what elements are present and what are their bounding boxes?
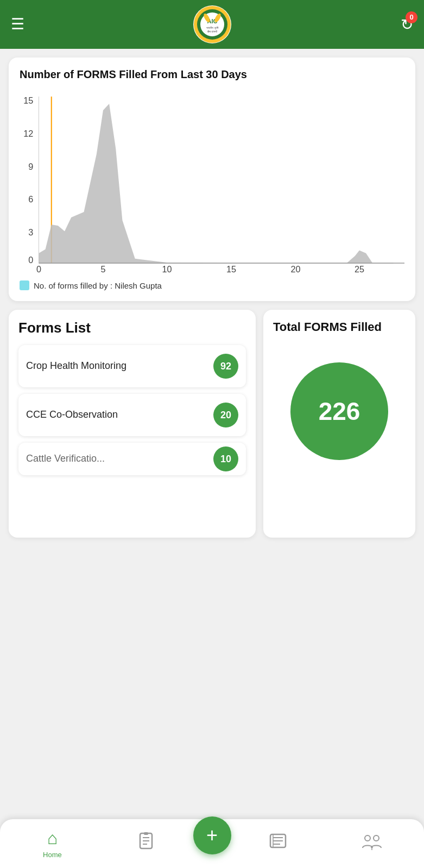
logo-circle: AIC भारतीय कृषि बीमा कंपनी bbox=[193, 5, 231, 43]
app-logo: AIC भारतीय कृषि बीमा कंपनी bbox=[193, 5, 231, 43]
form-item-cattle[interactable]: Cattle Verificatio... 10 bbox=[18, 443, 246, 475]
svg-text:20: 20 bbox=[290, 264, 300, 274]
svg-text:10: 10 bbox=[162, 264, 172, 274]
svg-text:0: 0 bbox=[28, 255, 33, 265]
svg-text:बीमा कंपनी: बीमा कंपनी bbox=[206, 30, 217, 33]
svg-text:6: 6 bbox=[28, 194, 33, 204]
logo-svg: AIC भारतीय कृषि बीमा कंपनी bbox=[194, 6, 231, 43]
svg-marker-23 bbox=[39, 104, 404, 263]
form-item-cce[interactable]: CCE Co-Observation 20 bbox=[18, 394, 246, 436]
main-content: Number of FORMS Filled From Last 30 Days… bbox=[0, 49, 424, 609]
refresh-button-wrapper[interactable]: ↻ 0 bbox=[401, 16, 413, 34]
form-item-name-1: Crop Health Monitoring bbox=[26, 360, 208, 372]
nav-team[interactable] bbox=[325, 833, 419, 854]
svg-text:12: 12 bbox=[23, 129, 33, 138]
form-count-badge-2: 20 bbox=[213, 403, 238, 427]
legend-text: No. of forms filled by : Nilesh Gupta bbox=[34, 281, 162, 290]
form-item-crop-health[interactable]: Crop Health Monitoring 92 bbox=[18, 345, 246, 387]
svg-rect-29 bbox=[144, 832, 148, 835]
bottom-nav: ⌂ Home + bbox=[0, 819, 424, 868]
form-item-name-2: CCE Co-Observation bbox=[26, 409, 208, 421]
chart-svg: 15 12 9 6 3 0 0 5 10 15 20 25 bbox=[20, 90, 404, 274]
notification-badge: 0 bbox=[406, 11, 417, 23]
total-count-number: 226 bbox=[319, 397, 360, 426]
svg-text:0: 0 bbox=[36, 264, 41, 274]
nav-home[interactable]: ⌂ Home bbox=[5, 828, 99, 859]
svg-text:15: 15 bbox=[23, 95, 33, 105]
fab-plus-icon: + bbox=[206, 826, 218, 845]
app-header: ☰ AIC भारतीय कृषि बीमा कंपनी ↻ 0 bbox=[0, 0, 424, 49]
forms-icon bbox=[137, 832, 155, 853]
total-count-circle: 226 bbox=[290, 362, 388, 460]
form-item-name-3: Cattle Verificatio... bbox=[26, 452, 208, 465]
svg-text:15: 15 bbox=[226, 264, 236, 274]
svg-text:25: 25 bbox=[355, 264, 364, 274]
list-icon bbox=[269, 832, 287, 853]
forms-list-card: Forms List Crop Health Monitoring 92 CCE… bbox=[9, 310, 256, 538]
form-count-badge-3: 10 bbox=[213, 446, 238, 471]
svg-point-36 bbox=[374, 835, 379, 841]
chart-area: 15 12 9 6 3 0 0 5 10 15 20 25 bbox=[20, 90, 404, 274]
home-icon: ⌂ bbox=[47, 828, 58, 848]
chart-legend: No. of forms filled by : Nilesh Gupta bbox=[20, 280, 404, 290]
team-icon bbox=[362, 833, 382, 852]
header-right: ↻ 0 bbox=[401, 16, 413, 34]
nav-list[interactable] bbox=[231, 832, 325, 856]
nav-forms[interactable] bbox=[99, 832, 193, 856]
legend-color-box bbox=[20, 280, 29, 290]
chart-card: Number of FORMS Filled From Last 30 Days… bbox=[9, 58, 415, 301]
chart-title: Number of FORMS Filled From Last 30 Days bbox=[20, 68, 404, 81]
total-forms-card: Total FORMS Filled 226 bbox=[263, 310, 415, 538]
bottom-section: Forms List Crop Health Monitoring 92 CCE… bbox=[9, 310, 415, 538]
forms-list-title: Forms List bbox=[18, 320, 246, 336]
svg-text:भारतीय कृषि: भारतीय कृषि bbox=[206, 26, 218, 30]
svg-text:9: 9 bbox=[28, 162, 33, 171]
svg-point-35 bbox=[365, 835, 370, 841]
nav-fab-button[interactable]: + bbox=[193, 816, 231, 854]
total-forms-title: Total FORMS Filled bbox=[273, 320, 382, 335]
svg-text:5: 5 bbox=[100, 264, 105, 274]
form-count-badge-1: 92 bbox=[213, 354, 238, 379]
menu-button[interactable]: ☰ bbox=[11, 17, 24, 32]
svg-text:3: 3 bbox=[28, 227, 33, 237]
nav-home-label: Home bbox=[43, 851, 62, 859]
